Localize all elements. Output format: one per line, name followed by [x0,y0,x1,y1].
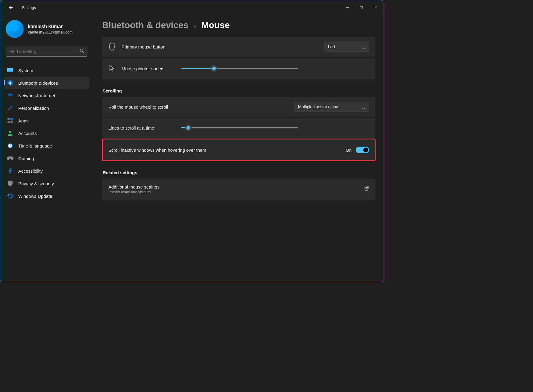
sidebar-item-windows-update[interactable]: Windows Update [4,190,89,202]
breadcrumb: Bluetooth & devices › Mouse [102,20,375,30]
sidebar-item-bluetooth-devices[interactable]: Bluetooth & devices [4,77,89,89]
close-button[interactable] [368,3,382,12]
search-icon [80,48,84,54]
setting-scroll-inactive: Scroll inactive windows when hovering ov… [102,139,375,161]
apps-icon [7,117,13,124]
profile-block[interactable]: kamlesh kumar kamlesh2011@gmail.com [1,18,92,40]
svg-rect-1 [360,6,363,9]
sidebar-item-network[interactable]: Network & internet [4,89,89,101]
cursor-icon [108,65,116,72]
open-external-icon [364,186,369,192]
back-button[interactable] [6,2,16,13]
lines-scroll-slider[interactable] [181,124,298,131]
svg-line-5 [83,51,84,53]
setting-lines-to-scroll: Lines to scroll at a time [102,118,375,138]
setting-label: Lines to scroll at a time [108,125,154,130]
avatar [6,20,24,38]
update-icon [7,193,13,199]
setting-additional-mouse[interactable]: Additional mouse settings Pointer icons … [102,179,375,200]
toggle-state-label: On [346,148,352,153]
section-title-scrolling: Scrolling [103,88,375,93]
breadcrumb-parent[interactable]: Bluetooth & devices [102,20,188,30]
sidebar-item-label: Apps [18,118,28,123]
svg-rect-10 [10,118,13,121]
roll-wheel-dropdown[interactable]: Multiple lines at a time [294,102,369,112]
sidebar-item-label: Time & language [18,143,52,148]
profile-email: kamlesh2011@gmail.com [28,30,73,34]
svg-point-13 [9,131,11,133]
pointer-speed-slider[interactable] [181,65,298,72]
chevron-down-icon [362,45,365,50]
sidebar-item-accounts[interactable]: Accounts [4,127,89,139]
chevron-right-icon: › [194,22,196,30]
sidebar-item-label: Accounts [18,131,37,136]
setting-sublabel: Pointer icons and visibility [108,190,358,194]
sidebar-item-label: Accessibility [18,168,43,174]
sidebar-item-label: Windows Update [18,194,52,199]
minimize-button[interactable] [341,3,354,12]
wifi-icon [7,92,13,99]
setting-label: Scroll inactive windows when hovering ov… [108,148,340,153]
primary-button-dropdown[interactable]: Left [324,42,369,52]
dropdown-value: Multiple lines at a time [298,104,340,109]
sidebar-item-label: Privacy & security [18,181,54,186]
sidebar-item-label: Network & internet [18,93,55,98]
setting-primary-mouse-button: Primary mouse button Left [102,37,375,57]
section-title-related: Related settings [103,170,375,175]
setting-label: Roll the mouse wheel to scroll [108,104,288,110]
setting-pointer-speed: Mouse pointer speed [102,58,375,79]
profile-name: kamlesh kumar [28,24,73,29]
svg-rect-11 [7,121,10,123]
sidebar-item-label: Gaming [18,156,34,161]
title-bar: Settings [0,0,383,15]
sidebar-item-label: Bluetooth & devices [18,80,58,86]
search-input[interactable] [6,46,88,57]
sidebar-item-gaming[interactable]: Gaming [4,152,89,164]
brush-icon [7,105,13,111]
svg-rect-9 [7,118,10,120]
sidebar-item-label: Personalization [18,106,49,111]
dropdown-value: Left [328,44,335,49]
window-title: Settings [22,5,36,10]
person-icon [7,130,13,136]
breadcrumb-current: Mouse [201,20,230,30]
sidebar: kamlesh kumar kamlesh2011@gmail.com Syst… [0,15,93,282]
accessibility-icon [7,168,13,174]
sidebar-item-time-language[interactable]: Time & language [4,140,89,152]
sidebar-item-accessibility[interactable]: Accessibility [4,165,89,177]
sidebar-item-label: System [18,68,33,73]
setting-roll-wheel: Roll the mouse wheel to scroll Multiple … [102,97,375,117]
system-icon [7,67,13,74]
sidebar-item-apps[interactable]: Apps [4,115,89,127]
setting-label: Additional mouse settings [108,184,358,189]
window-controls [341,3,382,12]
mouse-icon [108,43,116,51]
svg-rect-12 [10,121,13,123]
svg-point-16 [10,168,11,170]
sidebar-item-system[interactable]: System [4,64,89,76]
chevron-down-icon [362,106,365,110]
nav: System Bluetooth & devices Network & int… [1,62,92,204]
sidebar-item-privacy[interactable]: Privacy & security [4,177,89,189]
sidebar-item-personalization[interactable]: Personalization [4,102,89,114]
maximize-button[interactable] [354,3,368,12]
bluetooth-icon [7,80,13,86]
gamepad-icon [7,155,13,162]
setting-label: Mouse pointer speed [122,66,163,71]
content: Bluetooth & devices › Mouse Primary mous… [93,15,383,282]
setting-label: Primary mouse button [122,44,318,49]
svg-rect-7 [7,72,13,72]
svg-point-4 [80,49,83,52]
shield-icon [7,180,13,187]
scroll-inactive-toggle[interactable] [356,147,369,153]
clock-icon [7,142,13,149]
